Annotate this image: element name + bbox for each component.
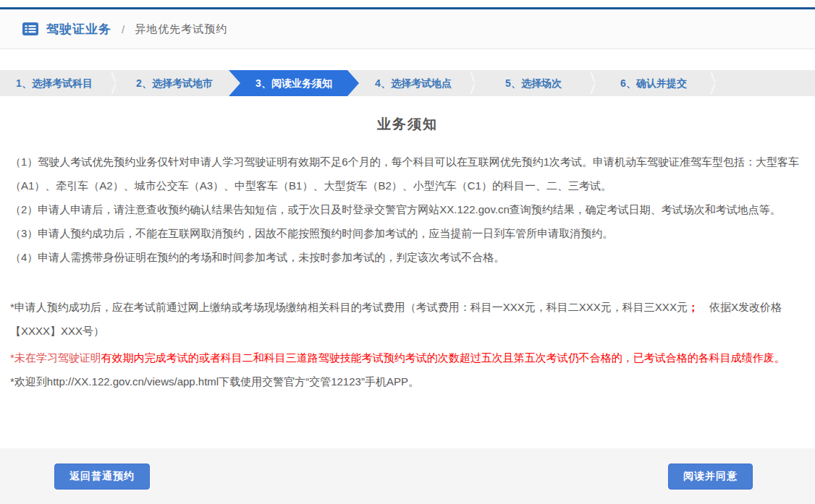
app-download-note: *欢迎到http://XX.122.gov.cn/views/app.html下… — [10, 370, 805, 393]
step-wizard: 1、选择考试科目 2、选择考试地市 3、阅读业务须知 4、选择考试地点 5、选择… — [0, 70, 815, 96]
top-strip — [0, 0, 815, 7]
step-5-select-session[interactable]: 5、选择场次 — [479, 70, 588, 96]
notice-paragraph-4: （4）申请人需携带身份证明在预约的考场和时间参加考试，未按时参加考试的，判定该次… — [10, 245, 805, 269]
back-to-normal-booking-button[interactable]: 返回普通预约 — [54, 464, 150, 490]
notice-title: 业务须知 — [10, 115, 805, 134]
header-content-gap — [0, 49, 815, 70]
step-2-select-city[interactable]: 2、选择考试地市 — [120, 70, 229, 96]
step-4-select-site[interactable]: 4、选择考试地点 — [359, 70, 468, 96]
warning-note: *未在学习驾驶证明有效期内完成考试的或者科目二和科目三道路驾驶技能考试预约考试的… — [10, 346, 805, 370]
read-and-agree-button[interactable]: 阅读并同意 — [668, 464, 753, 490]
list-icon — [22, 22, 39, 36]
fee-note-text: *申请人预约成功后，应在考试前通过网上缴纳或考场现场缴纳相关科目的考试费用（考试… — [10, 301, 688, 313]
breadcrumb-separator: / — [122, 23, 124, 35]
notice-content: 业务须知 （1）驾驶人考试优先预约业务仅针对申请人学习驾驶证明有效期不足6个月的… — [0, 96, 815, 448]
page-header: 驾驶证业务 / 异地优先考试预约 — [0, 9, 815, 49]
step-3-read-notice[interactable]: 3、阅读业务须知 — [229, 70, 359, 96]
footer-bar: 返回普通预约 阅读并同意 — [0, 448, 815, 504]
chevron-separator-icon — [109, 70, 120, 96]
step-6-confirm-submit[interactable]: 6、确认并提交 — [599, 70, 708, 96]
section-title: 驾驶证业务 — [46, 21, 111, 38]
notice-paragraph-2: （2）申请人申请后，请注意查收预约确认结果告知短信，或于次日及时登录交警官方网站… — [10, 197, 805, 221]
chevron-separator-icon — [588, 70, 599, 96]
chevron-separator-icon — [708, 70, 719, 96]
step-1-select-subject[interactable]: 1、选择考试科目 — [0, 70, 109, 96]
fee-note-red-semicolon: ； — [688, 301, 698, 313]
notice-paragraph-1: （1）驾驶人考试优先预约业务仅针对申请人学习驾驶证明有效期不足6个月的，每个科目… — [10, 150, 805, 197]
warning-lead: *未在学习驾驶证明 — [10, 351, 101, 364]
chevron-separator-icon — [468, 70, 479, 96]
warning-emphasis: 有效期内完成考试的或者科目二和科目三道路驾驶技能考试预约考试的次数超过五次且第五… — [101, 351, 785, 364]
breadcrumb: 异地优先考试预约 — [135, 22, 227, 36]
notice-paragraph-3: （3）申请人预约成功后，不能在互联网取消预约，因故不能按照预约时间参加考试的，应… — [10, 221, 805, 245]
fee-note: *申请人预约成功后，应在考试前通过网上缴纳或考场现场缴纳相关科目的考试费用（考试… — [10, 295, 805, 343]
